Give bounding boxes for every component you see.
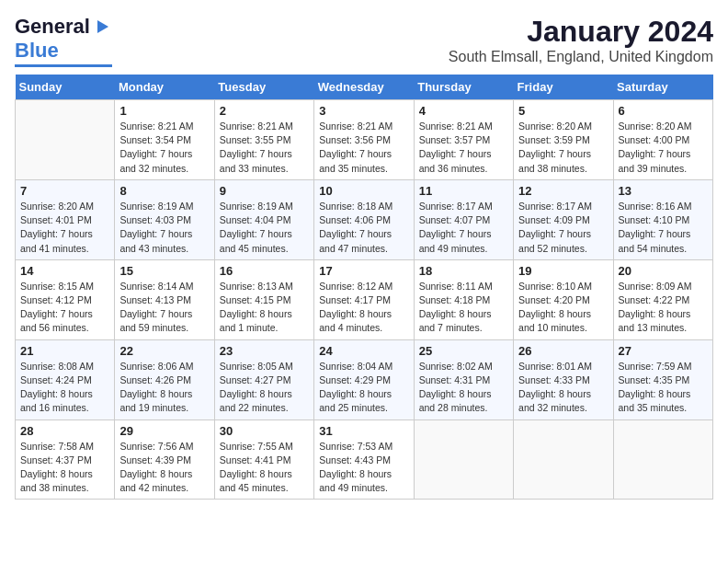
col-header-saturday: Saturday xyxy=(613,75,712,100)
day-number: 5 xyxy=(518,104,608,118)
calendar-cell: 10 Sunrise: 8:18 AMSunset: 4:06 PMDaylig… xyxy=(314,179,414,259)
calendar-cell: 4 Sunrise: 8:21 AMSunset: 3:57 PMDayligh… xyxy=(414,100,513,180)
cell-info: Sunrise: 8:20 AMSunset: 4:00 PMDaylight:… xyxy=(619,120,708,176)
cell-info: Sunrise: 7:58 AMSunset: 4:37 PMDaylight:… xyxy=(20,440,109,496)
day-number: 16 xyxy=(220,264,309,278)
cell-info: Sunrise: 7:53 AMSunset: 4:43 PMDaylight:… xyxy=(319,440,408,496)
location-title: South Elmsall, England, United Kingdom xyxy=(449,49,713,65)
cell-info: Sunrise: 7:55 AMSunset: 4:41 PMDaylight:… xyxy=(220,440,309,496)
cell-info: Sunrise: 8:21 AMSunset: 3:55 PMDaylight:… xyxy=(220,120,309,176)
calendar-cell: 17 Sunrise: 8:12 AMSunset: 4:17 PMDaylig… xyxy=(314,259,414,339)
day-number: 30 xyxy=(220,424,309,438)
day-number: 6 xyxy=(619,104,708,118)
calendar-cell xyxy=(414,419,513,500)
calendar-cell: 30 Sunrise: 7:55 AMSunset: 4:41 PMDaylig… xyxy=(214,419,313,500)
day-number: 7 xyxy=(20,184,109,198)
cell-info: Sunrise: 8:18 AMSunset: 4:06 PMDaylight:… xyxy=(319,200,408,256)
week-row-1: 1 Sunrise: 8:21 AMSunset: 3:54 PMDayligh… xyxy=(16,100,713,180)
cell-info: Sunrise: 8:16 AMSunset: 4:10 PMDaylight:… xyxy=(619,200,708,256)
calendar-cell: 24 Sunrise: 8:04 AMSunset: 4:29 PMDaylig… xyxy=(314,339,414,419)
logo-arrow-icon xyxy=(92,17,112,37)
cell-info: Sunrise: 8:14 AMSunset: 4:13 PMDaylight:… xyxy=(119,280,209,336)
header-row: SundayMondayTuesdayWednesdayThursdayFrid… xyxy=(16,75,713,100)
cell-info: Sunrise: 8:09 AMSunset: 4:22 PMDaylight:… xyxy=(619,280,708,336)
day-number: 21 xyxy=(20,344,109,358)
calendar-cell: 23 Sunrise: 8:05 AMSunset: 4:27 PMDaylig… xyxy=(214,339,313,419)
cell-info: Sunrise: 8:20 AMSunset: 4:01 PMDaylight:… xyxy=(20,200,109,256)
month-title: January 2024 xyxy=(449,15,713,49)
title-area: January 2024 South Elmsall, England, Uni… xyxy=(449,15,713,65)
cell-info: Sunrise: 8:20 AMSunset: 3:59 PMDaylight:… xyxy=(518,120,608,176)
calendar-cell: 5 Sunrise: 8:20 AMSunset: 3:59 PMDayligh… xyxy=(514,100,613,180)
col-header-monday: Monday xyxy=(115,75,214,100)
calendar-cell xyxy=(613,419,712,500)
day-number: 11 xyxy=(419,184,508,198)
day-number: 29 xyxy=(119,424,209,438)
day-number: 28 xyxy=(20,424,109,438)
cell-info: Sunrise: 8:19 AMSunset: 4:03 PMDaylight:… xyxy=(119,200,209,256)
col-header-wednesday: Wednesday xyxy=(314,75,414,100)
day-number: 22 xyxy=(119,344,209,358)
calendar-cell: 28 Sunrise: 7:58 AMSunset: 4:37 PMDaylig… xyxy=(16,419,115,500)
cell-info: Sunrise: 8:21 AMSunset: 3:57 PMDaylight:… xyxy=(419,120,508,176)
svg-marker-0 xyxy=(97,20,108,33)
calendar-cell: 15 Sunrise: 8:14 AMSunset: 4:13 PMDaylig… xyxy=(115,259,214,339)
calendar-cell: 18 Sunrise: 8:11 AMSunset: 4:18 PMDaylig… xyxy=(414,259,513,339)
calendar-cell: 26 Sunrise: 8:01 AMSunset: 4:33 PMDaylig… xyxy=(514,339,613,419)
calendar-cell: 31 Sunrise: 7:53 AMSunset: 4:43 PMDaylig… xyxy=(314,419,414,500)
calendar-cell xyxy=(514,419,613,500)
calendar-cell xyxy=(16,100,115,180)
cell-info: Sunrise: 8:12 AMSunset: 4:17 PMDaylight:… xyxy=(319,280,408,336)
day-number: 18 xyxy=(419,264,508,278)
calendar-cell: 9 Sunrise: 8:19 AMSunset: 4:04 PMDayligh… xyxy=(214,179,313,259)
calendar-cell: 25 Sunrise: 8:02 AMSunset: 4:31 PMDaylig… xyxy=(414,339,513,419)
day-number: 23 xyxy=(220,344,309,358)
col-header-thursday: Thursday xyxy=(414,75,513,100)
day-number: 9 xyxy=(220,184,309,198)
logo-text-general: General xyxy=(15,15,90,39)
day-number: 27 xyxy=(619,344,708,358)
day-number: 17 xyxy=(319,264,408,278)
cell-info: Sunrise: 8:13 AMSunset: 4:15 PMDaylight:… xyxy=(220,280,309,336)
cell-info: Sunrise: 8:19 AMSunset: 4:04 PMDaylight:… xyxy=(220,200,309,256)
calendar-cell: 12 Sunrise: 8:17 AMSunset: 4:09 PMDaylig… xyxy=(514,179,613,259)
cell-info: Sunrise: 8:21 AMSunset: 3:54 PMDaylight:… xyxy=(119,120,209,176)
calendar-cell: 14 Sunrise: 8:15 AMSunset: 4:12 PMDaylig… xyxy=(16,259,115,339)
cell-info: Sunrise: 8:08 AMSunset: 4:24 PMDaylight:… xyxy=(20,360,109,416)
day-number: 25 xyxy=(419,344,508,358)
day-number: 15 xyxy=(119,264,209,278)
week-row-4: 21 Sunrise: 8:08 AMSunset: 4:24 PMDaylig… xyxy=(16,339,713,419)
calendar-cell: 1 Sunrise: 8:21 AMSunset: 3:54 PMDayligh… xyxy=(115,100,214,180)
cell-info: Sunrise: 8:05 AMSunset: 4:27 PMDaylight:… xyxy=(220,360,309,416)
cell-info: Sunrise: 8:06 AMSunset: 4:26 PMDaylight:… xyxy=(119,360,209,416)
day-number: 14 xyxy=(20,264,109,278)
calendar-cell: 27 Sunrise: 7:59 AMSunset: 4:35 PMDaylig… xyxy=(613,339,712,419)
calendar-cell: 21 Sunrise: 8:08 AMSunset: 4:24 PMDaylig… xyxy=(16,339,115,419)
calendar-cell: 3 Sunrise: 8:21 AMSunset: 3:56 PMDayligh… xyxy=(314,100,414,180)
day-number: 2 xyxy=(220,104,309,118)
day-number: 10 xyxy=(319,184,408,198)
calendar-cell: 22 Sunrise: 8:06 AMSunset: 4:26 PMDaylig… xyxy=(115,339,214,419)
day-number: 31 xyxy=(319,424,408,438)
calendar-cell: 19 Sunrise: 8:10 AMSunset: 4:20 PMDaylig… xyxy=(514,259,613,339)
col-header-tuesday: Tuesday xyxy=(214,75,313,100)
calendar-cell: 2 Sunrise: 8:21 AMSunset: 3:55 PMDayligh… xyxy=(214,100,313,180)
cell-info: Sunrise: 8:10 AMSunset: 4:20 PMDaylight:… xyxy=(518,280,608,336)
week-row-2: 7 Sunrise: 8:20 AMSunset: 4:01 PMDayligh… xyxy=(16,179,713,259)
cell-info: Sunrise: 7:59 AMSunset: 4:35 PMDaylight:… xyxy=(619,360,708,416)
cell-info: Sunrise: 8:02 AMSunset: 4:31 PMDaylight:… xyxy=(419,360,508,416)
cell-info: Sunrise: 8:11 AMSunset: 4:18 PMDaylight:… xyxy=(419,280,508,336)
logo-text-blue: Blue xyxy=(15,39,59,63)
logo-underline xyxy=(15,64,112,67)
calendar-cell: 11 Sunrise: 8:17 AMSunset: 4:07 PMDaylig… xyxy=(414,179,513,259)
calendar-cell: 13 Sunrise: 8:16 AMSunset: 4:10 PMDaylig… xyxy=(613,179,712,259)
calendar-cell: 20 Sunrise: 8:09 AMSunset: 4:22 PMDaylig… xyxy=(613,259,712,339)
logo: General Blue xyxy=(15,15,112,67)
day-number: 4 xyxy=(419,104,508,118)
cell-info: Sunrise: 8:17 AMSunset: 4:07 PMDaylight:… xyxy=(419,200,508,256)
day-number: 8 xyxy=(119,184,209,198)
calendar-cell: 6 Sunrise: 8:20 AMSunset: 4:00 PMDayligh… xyxy=(613,100,712,180)
day-number: 26 xyxy=(518,344,608,358)
day-number: 19 xyxy=(518,264,608,278)
col-header-sunday: Sunday xyxy=(16,75,115,100)
